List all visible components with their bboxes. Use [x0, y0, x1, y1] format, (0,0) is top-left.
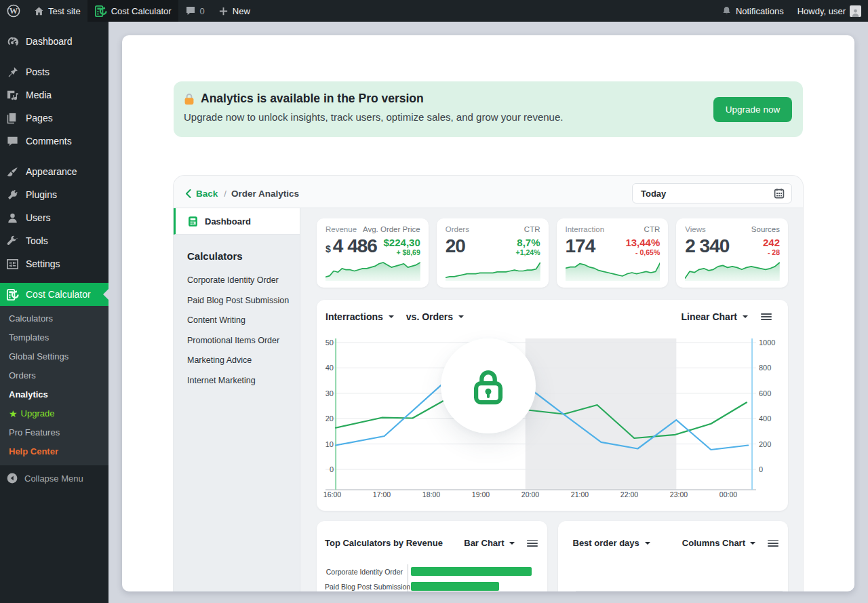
stat-sub-label: Sources [751, 225, 780, 233]
adminbar-comments[interactable]: 0 [178, 0, 212, 22]
lock-emoji-icon [184, 93, 195, 105]
best-order-days-title: Best order days [573, 538, 639, 548]
submenu-item-upgrade[interactable]: ★Upgrade [0, 404, 108, 423]
sidebar-item-appearance[interactable]: Appearance [0, 160, 108, 183]
sidebar-item-posts[interactable]: Posts [0, 60, 108, 83]
best-order-days-dropdown[interactable]: Best order days [573, 538, 650, 548]
sidebar-item-tools[interactable]: Tools [0, 229, 108, 252]
admin-content-area: Analytics is available in the Pro versio… [108, 22, 868, 603]
site-name-label: Test site [48, 6, 81, 16]
calculator-list-item[interactable]: Promotional Items Order [187, 331, 293, 351]
sidebar-label-cost-calculator: Cost Calculator [26, 289, 91, 300]
svg-text:17:00: 17:00 [373, 490, 391, 499]
breadcrumb-separator: / [224, 189, 226, 199]
calculator-list-item[interactable]: Paid Blog Post Submission [187, 291, 293, 311]
series-selector-label: Interractions [326, 311, 383, 322]
adminbar-notifications[interactable]: Notifications [715, 0, 791, 22]
active-menu-notch [98, 289, 108, 300]
analytics-dashboard-label: Dashboard [205, 216, 251, 227]
panel-menu-icon[interactable] [527, 538, 538, 549]
sparkline-chart [446, 260, 540, 281]
svg-text:200: 200 [759, 440, 771, 448]
stat-delta-sub: + $8,69 [384, 248, 420, 256]
sidebar-label-dashboard: Dashboard [26, 36, 73, 47]
bar-chart-type-dropdown[interactable]: Bar Chart [464, 538, 514, 548]
submenu-item-global-settings[interactable]: Global Settings [0, 347, 108, 366]
collapse-menu-button[interactable]: Collapse Menu [0, 467, 108, 490]
submenu-item-orders[interactable]: Orders [0, 366, 108, 385]
sidebar-item-pages[interactable]: Pages [0, 106, 108, 130]
analytics-main: RevenueAvg. Order Price $4 486 $224,30+ … [300, 208, 803, 591]
sidebar-item-comments[interactable]: Comments [0, 130, 108, 153]
sidebar-item-cost-calculator[interactable]: Cost Calculator [0, 283, 108, 306]
sidebar-item-media[interactable]: Media [0, 83, 108, 106]
analytics-header: Back / Order Analytics Today [174, 176, 803, 208]
bar-category-label: Paid Blog Post Submission [325, 583, 408, 591]
vs-series-dropdown[interactable]: vs. Orders [406, 311, 464, 322]
sidebar-label-pages: Pages [26, 113, 53, 123]
bottom-charts-row: Top Calculators by Revenue Bar Chart [317, 521, 788, 591]
sidebar-item-dashboard[interactable]: Dashboard [0, 30, 108, 53]
stat-value: 4 486 [333, 235, 377, 257]
chart-menu-icon[interactable] [761, 311, 772, 322]
dashboard-icon [5, 35, 19, 48]
analytics-sidebar: Dashboard Calculators Corporate Identity… [174, 208, 300, 591]
sidebar-label-settings: Settings [26, 258, 60, 269]
howdy-label: Howdy, user [797, 6, 846, 16]
calculator-list-item[interactable]: Internet Marketing [187, 371, 293, 391]
site-name-menu[interactable]: Test site [27, 0, 87, 22]
submenu-item-templates[interactable]: Templates [0, 328, 108, 347]
sidebar-item-users[interactable]: Users [0, 206, 108, 229]
calculator-list-item[interactable]: Content Writing [187, 311, 293, 331]
calculator-list-item[interactable]: Marketing Advice [187, 351, 293, 371]
svg-text:20: 20 [326, 414, 334, 423]
upgrade-now-button[interactable]: Upgrade now [713, 97, 792, 122]
pin-icon [5, 65, 19, 79]
stat-card-interraction: InterractionCTR 174 13,44%- 0,65% [557, 218, 669, 288]
stat-label: Interraction [566, 225, 605, 233]
chart-card-header: Interractions vs. Orders Linear Chart [326, 311, 772, 322]
submenu-item-calculators[interactable]: Calculators [0, 309, 108, 328]
svg-text:1000: 1000 [759, 338, 775, 347]
comments-count: 0 [200, 6, 205, 16]
svg-text:40: 40 [326, 364, 334, 372]
panel-menu-icon[interactable] [768, 538, 778, 549]
submenu-item-help-center[interactable]: Help Center [0, 442, 108, 461]
chart-type-label: Linear Chart [682, 311, 737, 322]
top-calculators-panel: Top Calculators by Revenue Bar Chart [317, 521, 547, 591]
submenu-item-analytics[interactable]: Analytics [0, 385, 108, 404]
svg-text:10: 10 [326, 440, 334, 448]
calculator-list-item[interactable]: Corporate Identity Order [187, 271, 293, 291]
comment-bubble-icon [185, 5, 196, 16]
sidebar-item-settings[interactable]: Settings [0, 252, 108, 275]
wp-logo-menu[interactable]: W [0, 0, 27, 22]
banner-title: Analytics is available in the Pro versio… [201, 92, 424, 106]
svg-text:19:00: 19:00 [472, 490, 490, 499]
svg-text:00:00: 00:00 [719, 490, 737, 499]
bar-value [411, 582, 499, 591]
chevron-down-icon [743, 315, 748, 321]
adminbar-account[interactable]: Howdy, user [791, 0, 868, 22]
stat-card-orders: OrdersCTR 20 8,7%+1,24% [437, 218, 549, 288]
back-link[interactable]: Back [185, 189, 218, 199]
sidebar-label-media: Media [26, 90, 52, 100]
brush-icon [5, 165, 19, 178]
back-label: Back [196, 189, 218, 199]
sidebar-item-plugins[interactable]: Plugins [0, 183, 108, 206]
chevron-left-icon [185, 189, 191, 198]
best-order-days-panel: Best order days Columns Chart [558, 521, 789, 591]
series-selector-dropdown[interactable]: Interractions [326, 311, 394, 322]
analytics-dashboard-tab[interactable]: Dashboard [174, 208, 300, 235]
stat-value: 20 [446, 235, 465, 257]
chart-type-dropdown[interactable]: Linear Chart [682, 311, 748, 322]
stat-card-views: ViewsSources 2 340 242- 28 [676, 218, 788, 288]
admin-sidebar: Dashboard Posts Media Pages Comments App… [0, 22, 108, 603]
collapse-icon [6, 472, 18, 484]
adminbar-cc-label: Cost Calculator [111, 6, 172, 16]
adminbar-new[interactable]: New [212, 0, 257, 22]
submenu-item-pro-features[interactable]: Pro Features [0, 423, 108, 442]
sidebar-label-tools: Tools [26, 235, 48, 246]
columns-chart-type-dropdown[interactable]: Columns Chart [682, 538, 755, 548]
date-range-picker[interactable]: Today [632, 183, 792, 203]
adminbar-cost-calculator[interactable]: Cost Calculator [87, 0, 178, 22]
